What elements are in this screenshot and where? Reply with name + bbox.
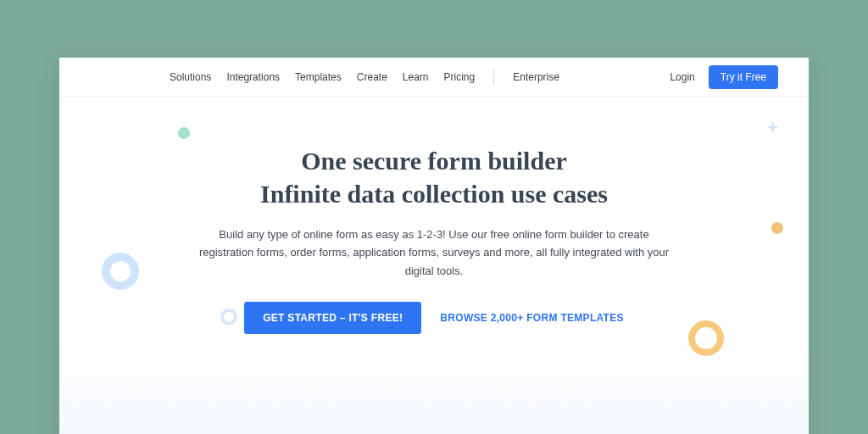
nav-integrations[interactable]: Integrations <box>226 71 280 83</box>
nav-learn[interactable]: Learn <box>403 71 429 83</box>
nav-separator <box>493 70 494 85</box>
hero-actions: GET STARTED – IT'S FREE! BROWSE 2,000+ F… <box>127 302 741 334</box>
hero: One secure form builder Infinite data co… <box>59 97 809 334</box>
top-nav: Solutions Integrations Templates Create … <box>59 58 809 97</box>
nav-links: Solutions Integrations Templates Create … <box>170 70 559 85</box>
nav-solutions[interactable]: Solutions <box>170 71 211 83</box>
hero-subtitle: Build any type of online form as easy as… <box>197 225 671 280</box>
try-free-button[interactable]: Try it Free <box>709 65 778 89</box>
hero-title-line1: One secure form builder <box>301 147 567 175</box>
nav-pricing[interactable]: Pricing <box>444 71 476 83</box>
get-started-button[interactable]: GET STARTED – IT'S FREE! <box>244 302 421 334</box>
nav-create[interactable]: Create <box>357 71 387 83</box>
browse-templates-link[interactable]: BROWSE 2,000+ FORM TEMPLATES <box>440 312 624 324</box>
hero-title-line2: Infinite data collection use cases <box>260 180 608 208</box>
hero-title: One secure form builder Infinite data co… <box>127 144 741 210</box>
landing-page: Solutions Integrations Templates Create … <box>59 58 809 434</box>
login-link[interactable]: Login <box>670 71 694 83</box>
nav-right: Login Try it Free <box>670 65 778 89</box>
nav-enterprise[interactable]: Enterprise <box>513 71 559 83</box>
nav-templates[interactable]: Templates <box>295 71 342 83</box>
